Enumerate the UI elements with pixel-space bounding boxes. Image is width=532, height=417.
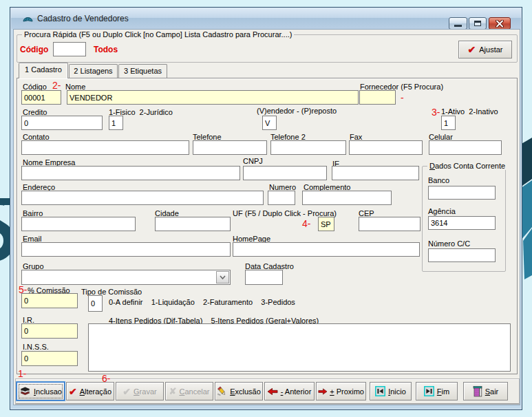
cidade-input[interactable]	[155, 217, 231, 231]
credito-input[interactable]	[21, 116, 103, 130]
numero-input[interactable]	[268, 191, 295, 205]
email-input[interactable]	[21, 242, 231, 257]
vendedor-preposto-label: (V)endedor - (P)reposto	[257, 107, 337, 115]
conta-corrente-groupbox: Dados Conta Corrente Banco Agência Númer…	[422, 166, 506, 272]
tab-etiquetas[interactable]: 3 Etiquetas	[118, 64, 167, 78]
inss-input[interactable]	[21, 351, 78, 366]
banco-label: Banco	[428, 176, 449, 184]
close-button[interactable]	[489, 17, 511, 30]
ie-input[interactable]	[332, 166, 419, 180]
data-cadastro-input[interactable]	[245, 270, 283, 285]
banco-input[interactable]	[428, 186, 496, 200]
anterior-button[interactable]: - Anterior	[264, 382, 315, 400]
tab-etiquetas-label: 3 Etiquetas	[124, 67, 162, 75]
minimize-button[interactable]	[449, 17, 467, 30]
homepage-input[interactable]	[233, 242, 420, 257]
inclusao-button[interactable]: Inclusao	[17, 382, 65, 400]
cancelar-button[interactable]: ✘ Cancelar	[165, 382, 213, 400]
window-title: Cadastro de Vendedores	[37, 14, 129, 23]
tab-cadastro[interactable]: 1 Cadastro	[19, 63, 68, 78]
agencia-input[interactable]	[428, 216, 496, 230]
skip-to-end-icon	[424, 386, 434, 396]
exclusao-button[interactable]: Exclusão	[215, 382, 263, 400]
anterior-label: - Anterior	[281, 387, 312, 396]
proximo-label: + Proximo	[330, 387, 364, 396]
comissao-input[interactable]	[21, 293, 78, 308]
tab-listagens[interactable]: 2 Listagens	[69, 64, 118, 78]
annotation-2: 2-	[52, 80, 61, 91]
form-client-area: Procura Rápida (F5 ou Duplo Click [no Ca…	[13, 29, 520, 405]
ativo-inativo-label: 1-Ativo 2-Inativo	[441, 107, 498, 116]
cep-input[interactable]	[359, 217, 421, 231]
quick-search-groupbox: Procura Rápida (F5 ou Duplo Click [no Ca…	[17, 34, 518, 63]
app-icon	[22, 13, 34, 25]
tipo-comissao-input[interactable]	[88, 295, 103, 312]
annotation-fornecedor-dash: -	[401, 92, 404, 103]
gravar-button[interactable]: ✔ Gravar	[116, 382, 164, 400]
annotation-4: 4-	[302, 218, 310, 229]
vendedor-preposto-input[interactable]	[262, 116, 277, 130]
exit-door-icon	[473, 386, 482, 397]
complemento-input[interactable]	[302, 191, 392, 205]
numero-cc-input[interactable]	[428, 248, 496, 262]
arrow-right-icon	[318, 388, 327, 395]
search-codigo-input[interactable]	[53, 42, 86, 56]
inss-label: I.N.S.S.	[23, 343, 49, 351]
alteracao-button[interactable]: ✔ Alteração	[66, 382, 114, 400]
annotation-1: 1-	[18, 368, 26, 379]
annotation-6: 6-	[102, 373, 110, 384]
maximize-button[interactable]	[469, 17, 487, 30]
celular-input[interactable]	[429, 140, 502, 155]
ir-input[interactable]	[21, 323, 78, 339]
endereco-input[interactable]	[21, 191, 264, 205]
telefone2-input[interactable]	[270, 140, 346, 155]
fim-label: Fim	[437, 387, 449, 396]
fim-button[interactable]: Fim	[416, 382, 458, 400]
grupo-select[interactable]	[21, 270, 231, 285]
check-gray-icon: ✔	[123, 387, 131, 396]
skip-to-start-icon	[375, 386, 385, 396]
sair-button[interactable]: Sair	[463, 382, 508, 400]
bairro-input[interactable]	[21, 217, 136, 231]
alteracao-label: Alteração	[80, 387, 111, 396]
search-todos-label: Todos	[94, 45, 118, 54]
tab-listagens-label: 2 Listagens	[74, 67, 112, 75]
x-gray-icon: ✘	[169, 387, 177, 396]
proximo-button[interactable]: + Proximo	[316, 382, 366, 400]
inicio-button[interactable]: Inicio	[370, 382, 412, 400]
ajustar-label: Ajustar	[479, 45, 502, 54]
tabpage-cadastro: Código 2- Nome Fornecedor (F5 Procura) -…	[17, 78, 518, 374]
annotation-5: 5-	[19, 284, 27, 295]
grupo-dropdown-button[interactable]	[216, 271, 229, 284]
observacoes-textarea[interactable]	[88, 323, 511, 372]
telefone-input[interactable]	[193, 140, 267, 155]
check-icon: ✔	[468, 45, 476, 54]
agencia-label: Agência	[428, 207, 456, 215]
titlebar[interactable]: Cadastro de Vendedores	[11, 8, 521, 29]
nome-input[interactable]	[67, 90, 359, 105]
codigo-input[interactable]	[21, 90, 61, 105]
app-window: Cadastro de Vendedores Procura Rápida (F…	[10, 7, 522, 410]
eraser-pencil-icon	[217, 386, 227, 396]
cnpj-input[interactable]	[243, 166, 327, 180]
fornecedor-input[interactable]	[359, 90, 396, 105]
check-red-icon: ✔	[69, 387, 77, 396]
desktop: { "window": { "title": "Cadastro de Vend…	[0, 0, 532, 417]
ativo-inativo-input[interactable]	[441, 116, 456, 130]
chevron-down-icon	[220, 275, 226, 279]
exclusao-label: Exclusão	[230, 387, 261, 396]
quick-search-legend: Procura Rápida (F5 ou Duplo Click [no Ca…	[22, 30, 294, 39]
fisico-juridico-input[interactable]	[109, 116, 123, 130]
fax-input[interactable]	[349, 140, 423, 155]
nome-empresa-input[interactable]	[21, 166, 240, 180]
tab-cadastro-label: 1 Cadastro	[25, 65, 62, 74]
uf-input[interactable]	[318, 217, 334, 231]
annotation-3: 3-	[432, 107, 440, 118]
minimize-icon	[454, 25, 462, 27]
ajustar-button[interactable]: ✔ Ajustar	[458, 41, 512, 58]
add-record-icon	[19, 387, 31, 396]
inicio-label: Inicio	[388, 387, 406, 396]
contato-input[interactable]	[21, 140, 189, 155]
arrow-left-icon	[268, 388, 278, 395]
cancelar-label: Cancelar	[179, 387, 209, 396]
